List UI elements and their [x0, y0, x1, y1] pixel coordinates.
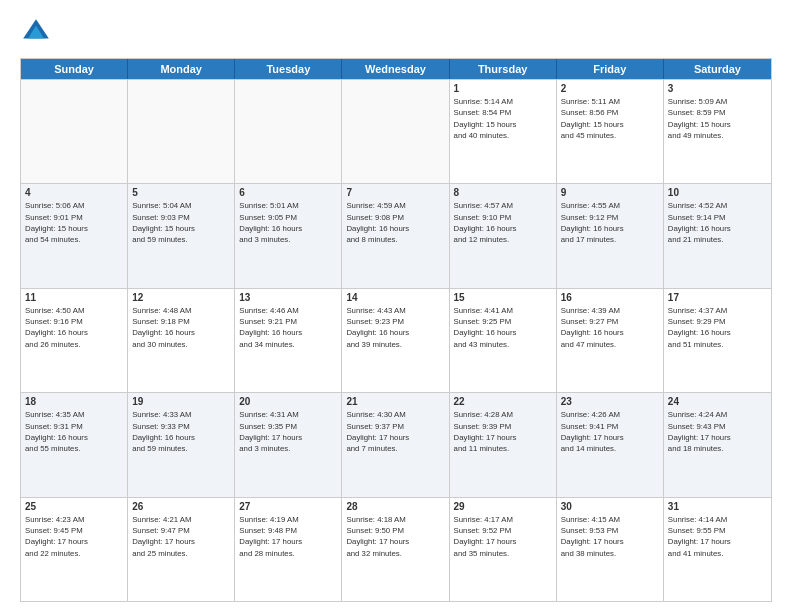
day-number: 14 — [346, 292, 444, 303]
day-info: Sunrise: 4:21 AM Sunset: 9:47 PM Dayligh… — [132, 514, 230, 559]
day-cell-26: 26Sunrise: 4:21 AM Sunset: 9:47 PM Dayli… — [128, 498, 235, 601]
empty-cell-0-3 — [342, 80, 449, 183]
day-info: Sunrise: 4:14 AM Sunset: 9:55 PM Dayligh… — [668, 514, 767, 559]
calendar-row-4: 25Sunrise: 4:23 AM Sunset: 9:45 PM Dayli… — [21, 497, 771, 601]
day-info: Sunrise: 5:09 AM Sunset: 8:59 PM Dayligh… — [668, 96, 767, 141]
calendar-row-3: 18Sunrise: 4:35 AM Sunset: 9:31 PM Dayli… — [21, 392, 771, 496]
day-number: 2 — [561, 83, 659, 94]
day-number: 21 — [346, 396, 444, 407]
header-day-tuesday: Tuesday — [235, 59, 342, 79]
day-info: Sunrise: 4:50 AM Sunset: 9:16 PM Dayligh… — [25, 305, 123, 350]
day-cell-29: 29Sunrise: 4:17 AM Sunset: 9:52 PM Dayli… — [450, 498, 557, 601]
day-cell-14: 14Sunrise: 4:43 AM Sunset: 9:23 PM Dayli… — [342, 289, 449, 392]
day-cell-1: 1Sunrise: 5:14 AM Sunset: 8:54 PM Daylig… — [450, 80, 557, 183]
day-info: Sunrise: 4:35 AM Sunset: 9:31 PM Dayligh… — [25, 409, 123, 454]
day-cell-20: 20Sunrise: 4:31 AM Sunset: 9:35 PM Dayli… — [235, 393, 342, 496]
day-cell-21: 21Sunrise: 4:30 AM Sunset: 9:37 PM Dayli… — [342, 393, 449, 496]
day-number: 5 — [132, 187, 230, 198]
day-info: Sunrise: 5:01 AM Sunset: 9:05 PM Dayligh… — [239, 200, 337, 245]
day-info: Sunrise: 4:52 AM Sunset: 9:14 PM Dayligh… — [668, 200, 767, 245]
day-number: 6 — [239, 187, 337, 198]
day-number: 11 — [25, 292, 123, 303]
day-number: 16 — [561, 292, 659, 303]
day-cell-8: 8Sunrise: 4:57 AM Sunset: 9:10 PM Daylig… — [450, 184, 557, 287]
day-info: Sunrise: 5:11 AM Sunset: 8:56 PM Dayligh… — [561, 96, 659, 141]
day-info: Sunrise: 4:24 AM Sunset: 9:43 PM Dayligh… — [668, 409, 767, 454]
day-cell-9: 9Sunrise: 4:55 AM Sunset: 9:12 PM Daylig… — [557, 184, 664, 287]
day-info: Sunrise: 4:57 AM Sunset: 9:10 PM Dayligh… — [454, 200, 552, 245]
day-info: Sunrise: 4:33 AM Sunset: 9:33 PM Dayligh… — [132, 409, 230, 454]
day-info: Sunrise: 4:37 AM Sunset: 9:29 PM Dayligh… — [668, 305, 767, 350]
day-number: 13 — [239, 292, 337, 303]
calendar: SundayMondayTuesdayWednesdayThursdayFrid… — [20, 58, 772, 602]
day-info: Sunrise: 4:48 AM Sunset: 9:18 PM Dayligh… — [132, 305, 230, 350]
day-number: 18 — [25, 396, 123, 407]
day-cell-5: 5Sunrise: 5:04 AM Sunset: 9:03 PM Daylig… — [128, 184, 235, 287]
day-cell-7: 7Sunrise: 4:59 AM Sunset: 9:08 PM Daylig… — [342, 184, 449, 287]
header — [20, 16, 772, 48]
day-cell-13: 13Sunrise: 4:46 AM Sunset: 9:21 PM Dayli… — [235, 289, 342, 392]
day-info: Sunrise: 4:30 AM Sunset: 9:37 PM Dayligh… — [346, 409, 444, 454]
calendar-body: 1Sunrise: 5:14 AM Sunset: 8:54 PM Daylig… — [21, 79, 771, 601]
calendar-row-1: 4Sunrise: 5:06 AM Sunset: 9:01 PM Daylig… — [21, 183, 771, 287]
day-cell-11: 11Sunrise: 4:50 AM Sunset: 9:16 PM Dayli… — [21, 289, 128, 392]
day-cell-12: 12Sunrise: 4:48 AM Sunset: 9:18 PM Dayli… — [128, 289, 235, 392]
day-info: Sunrise: 4:18 AM Sunset: 9:50 PM Dayligh… — [346, 514, 444, 559]
day-info: Sunrise: 5:04 AM Sunset: 9:03 PM Dayligh… — [132, 200, 230, 245]
day-number: 12 — [132, 292, 230, 303]
empty-cell-0-1 — [128, 80, 235, 183]
day-info: Sunrise: 4:46 AM Sunset: 9:21 PM Dayligh… — [239, 305, 337, 350]
calendar-row-0: 1Sunrise: 5:14 AM Sunset: 8:54 PM Daylig… — [21, 79, 771, 183]
day-info: Sunrise: 4:43 AM Sunset: 9:23 PM Dayligh… — [346, 305, 444, 350]
calendar-row-2: 11Sunrise: 4:50 AM Sunset: 9:16 PM Dayli… — [21, 288, 771, 392]
day-info: Sunrise: 4:41 AM Sunset: 9:25 PM Dayligh… — [454, 305, 552, 350]
day-info: Sunrise: 4:59 AM Sunset: 9:08 PM Dayligh… — [346, 200, 444, 245]
empty-cell-0-0 — [21, 80, 128, 183]
day-number: 8 — [454, 187, 552, 198]
day-cell-10: 10Sunrise: 4:52 AM Sunset: 9:14 PM Dayli… — [664, 184, 771, 287]
day-number: 30 — [561, 501, 659, 512]
day-cell-31: 31Sunrise: 4:14 AM Sunset: 9:55 PM Dayli… — [664, 498, 771, 601]
day-number: 27 — [239, 501, 337, 512]
day-cell-23: 23Sunrise: 4:26 AM Sunset: 9:41 PM Dayli… — [557, 393, 664, 496]
day-number: 9 — [561, 187, 659, 198]
day-number: 28 — [346, 501, 444, 512]
day-cell-24: 24Sunrise: 4:24 AM Sunset: 9:43 PM Dayli… — [664, 393, 771, 496]
logo — [20, 16, 58, 48]
day-cell-30: 30Sunrise: 4:15 AM Sunset: 9:53 PM Dayli… — [557, 498, 664, 601]
day-cell-17: 17Sunrise: 4:37 AM Sunset: 9:29 PM Dayli… — [664, 289, 771, 392]
day-number: 17 — [668, 292, 767, 303]
day-info: Sunrise: 4:23 AM Sunset: 9:45 PM Dayligh… — [25, 514, 123, 559]
day-number: 23 — [561, 396, 659, 407]
header-day-saturday: Saturday — [664, 59, 771, 79]
day-info: Sunrise: 5:06 AM Sunset: 9:01 PM Dayligh… — [25, 200, 123, 245]
header-day-thursday: Thursday — [450, 59, 557, 79]
empty-cell-0-2 — [235, 80, 342, 183]
day-cell-15: 15Sunrise: 4:41 AM Sunset: 9:25 PM Dayli… — [450, 289, 557, 392]
day-info: Sunrise: 4:15 AM Sunset: 9:53 PM Dayligh… — [561, 514, 659, 559]
day-number: 4 — [25, 187, 123, 198]
day-cell-27: 27Sunrise: 4:19 AM Sunset: 9:48 PM Dayli… — [235, 498, 342, 601]
day-info: Sunrise: 4:26 AM Sunset: 9:41 PM Dayligh… — [561, 409, 659, 454]
day-info: Sunrise: 4:39 AM Sunset: 9:27 PM Dayligh… — [561, 305, 659, 350]
day-number: 19 — [132, 396, 230, 407]
day-cell-4: 4Sunrise: 5:06 AM Sunset: 9:01 PM Daylig… — [21, 184, 128, 287]
calendar-header: SundayMondayTuesdayWednesdayThursdayFrid… — [21, 59, 771, 79]
day-cell-25: 25Sunrise: 4:23 AM Sunset: 9:45 PM Dayli… — [21, 498, 128, 601]
day-number: 26 — [132, 501, 230, 512]
day-info: Sunrise: 4:17 AM Sunset: 9:52 PM Dayligh… — [454, 514, 552, 559]
day-cell-6: 6Sunrise: 5:01 AM Sunset: 9:05 PM Daylig… — [235, 184, 342, 287]
day-number: 25 — [25, 501, 123, 512]
header-day-sunday: Sunday — [21, 59, 128, 79]
day-number: 24 — [668, 396, 767, 407]
day-number: 3 — [668, 83, 767, 94]
day-number: 15 — [454, 292, 552, 303]
day-info: Sunrise: 4:31 AM Sunset: 9:35 PM Dayligh… — [239, 409, 337, 454]
page: SundayMondayTuesdayWednesdayThursdayFrid… — [0, 0, 792, 612]
day-info: Sunrise: 4:55 AM Sunset: 9:12 PM Dayligh… — [561, 200, 659, 245]
day-cell-19: 19Sunrise: 4:33 AM Sunset: 9:33 PM Dayli… — [128, 393, 235, 496]
day-number: 7 — [346, 187, 444, 198]
day-number: 29 — [454, 501, 552, 512]
day-info: Sunrise: 4:28 AM Sunset: 9:39 PM Dayligh… — [454, 409, 552, 454]
day-cell-16: 16Sunrise: 4:39 AM Sunset: 9:27 PM Dayli… — [557, 289, 664, 392]
